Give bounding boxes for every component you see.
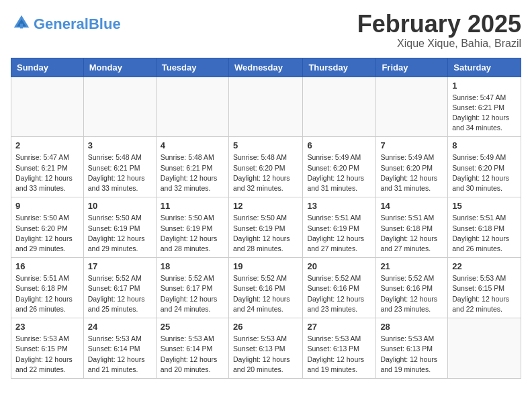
calendar-cell: 8Sunrise: 5:49 AMSunset: 6:20 PMDaylight… bbox=[448, 137, 521, 197]
day-number: 8 bbox=[452, 140, 517, 150]
day-info: Sunrise: 5:53 AMSunset: 6:15 PMDaylight:… bbox=[15, 334, 79, 375]
weekday-header-row: SundayMondayTuesdayWednesdayThursdayFrid… bbox=[11, 58, 521, 77]
calendar-cell: 26Sunrise: 5:53 AMSunset: 6:13 PMDayligh… bbox=[228, 318, 302, 379]
week-row: 1Sunrise: 5:47 AMSunset: 6:21 PMDaylight… bbox=[11, 77, 521, 137]
calendar-cell: 27Sunrise: 5:53 AMSunset: 6:13 PMDayligh… bbox=[303, 318, 376, 379]
day-number: 28 bbox=[380, 322, 443, 332]
calendar-cell: 6Sunrise: 5:49 AMSunset: 6:20 PMDaylight… bbox=[303, 137, 376, 197]
calendar-cell: 22Sunrise: 5:53 AMSunset: 6:15 PMDayligh… bbox=[448, 258, 521, 318]
day-info: Sunrise: 5:53 AMSunset: 6:15 PMDaylight:… bbox=[452, 273, 517, 314]
logo-text: GeneralBlue bbox=[34, 17, 121, 32]
page-header: GeneralBlue February 2025 Xique Xique, B… bbox=[11, 11, 521, 50]
svg-rect-2 bbox=[20, 24, 23, 28]
day-number: 9 bbox=[15, 201, 79, 211]
logo-general: General bbox=[34, 15, 89, 32]
day-number: 1 bbox=[452, 81, 517, 91]
calendar-cell: 18Sunrise: 5:52 AMSunset: 6:17 PMDayligh… bbox=[156, 258, 228, 318]
day-number: 21 bbox=[380, 261, 443, 271]
location: Xique Xique, Bahia, Brazil bbox=[357, 38, 521, 50]
day-info: Sunrise: 5:49 AMSunset: 6:20 PMDaylight:… bbox=[307, 152, 371, 193]
weekday-header: Friday bbox=[376, 58, 448, 77]
calendar-cell bbox=[83, 77, 156, 137]
calendar-cell: 25Sunrise: 5:53 AMSunset: 6:14 PMDayligh… bbox=[156, 318, 228, 379]
weekday-header: Thursday bbox=[303, 58, 376, 77]
calendar-cell: 20Sunrise: 5:52 AMSunset: 6:16 PMDayligh… bbox=[303, 258, 376, 318]
day-info: Sunrise: 5:47 AMSunset: 6:21 PMDaylight:… bbox=[15, 152, 79, 193]
week-row: 9Sunrise: 5:50 AMSunset: 6:20 PMDaylight… bbox=[11, 197, 521, 258]
day-number: 22 bbox=[452, 261, 517, 271]
weekday-header: Tuesday bbox=[156, 58, 228, 77]
calendar-cell bbox=[11, 77, 84, 137]
day-info: Sunrise: 5:52 AMSunset: 6:16 PMDaylight:… bbox=[380, 273, 443, 314]
weekday-header: Wednesday bbox=[228, 58, 302, 77]
calendar-cell: 12Sunrise: 5:50 AMSunset: 6:19 PMDayligh… bbox=[228, 197, 302, 258]
day-info: Sunrise: 5:53 AMSunset: 6:14 PMDaylight:… bbox=[161, 334, 224, 375]
week-row: 2Sunrise: 5:47 AMSunset: 6:21 PMDaylight… bbox=[11, 137, 521, 197]
calendar-cell: 15Sunrise: 5:51 AMSunset: 6:18 PMDayligh… bbox=[448, 197, 521, 258]
day-number: 10 bbox=[88, 201, 152, 211]
day-info: Sunrise: 5:52 AMSunset: 6:16 PMDaylight:… bbox=[307, 273, 371, 314]
week-row: 23Sunrise: 5:53 AMSunset: 6:15 PMDayligh… bbox=[11, 318, 521, 379]
calendar-cell: 16Sunrise: 5:51 AMSunset: 6:18 PMDayligh… bbox=[11, 258, 84, 318]
day-info: Sunrise: 5:51 AMSunset: 6:18 PMDaylight:… bbox=[15, 273, 79, 314]
calendar-cell: 24Sunrise: 5:53 AMSunset: 6:14 PMDayligh… bbox=[83, 318, 156, 379]
day-info: Sunrise: 5:52 AMSunset: 6:17 PMDaylight:… bbox=[88, 273, 152, 314]
day-number: 2 bbox=[15, 140, 79, 150]
calendar-cell: 7Sunrise: 5:49 AMSunset: 6:20 PMDaylight… bbox=[376, 137, 448, 197]
calendar-cell: 17Sunrise: 5:52 AMSunset: 6:17 PMDayligh… bbox=[83, 258, 156, 318]
logo-blue: Blue bbox=[89, 15, 121, 32]
calendar-cell bbox=[376, 77, 448, 137]
calendar-cell: 21Sunrise: 5:52 AMSunset: 6:16 PMDayligh… bbox=[376, 258, 448, 318]
weekday-header: Monday bbox=[83, 58, 156, 77]
day-number: 27 bbox=[307, 322, 371, 332]
day-number: 3 bbox=[88, 140, 152, 150]
day-info: Sunrise: 5:48 AMSunset: 6:21 PMDaylight:… bbox=[161, 152, 224, 193]
day-number: 26 bbox=[233, 322, 298, 332]
day-number: 12 bbox=[233, 201, 298, 211]
calendar-cell: 1Sunrise: 5:47 AMSunset: 6:21 PMDaylight… bbox=[448, 77, 521, 137]
day-info: Sunrise: 5:48 AMSunset: 6:21 PMDaylight:… bbox=[88, 152, 152, 193]
day-number: 20 bbox=[307, 261, 371, 271]
calendar-cell: 2Sunrise: 5:47 AMSunset: 6:21 PMDaylight… bbox=[11, 137, 84, 197]
calendar-cell bbox=[448, 318, 521, 379]
day-number: 7 bbox=[380, 140, 443, 150]
month-title: February 2025 bbox=[357, 11, 521, 38]
day-number: 16 bbox=[15, 261, 79, 271]
weekday-header: Sunday bbox=[11, 58, 84, 77]
day-info: Sunrise: 5:51 AMSunset: 6:18 PMDaylight:… bbox=[380, 213, 443, 254]
calendar-cell bbox=[228, 77, 302, 137]
calendar-cell bbox=[156, 77, 228, 137]
title-block: February 2025 Xique Xique, Bahia, Brazil bbox=[357, 11, 521, 50]
day-info: Sunrise: 5:50 AMSunset: 6:19 PMDaylight:… bbox=[161, 213, 224, 254]
calendar-cell bbox=[303, 77, 376, 137]
day-info: Sunrise: 5:47 AMSunset: 6:21 PMDaylight:… bbox=[452, 93, 517, 134]
day-info: Sunrise: 5:48 AMSunset: 6:20 PMDaylight:… bbox=[233, 152, 298, 193]
day-info: Sunrise: 5:52 AMSunset: 6:17 PMDaylight:… bbox=[161, 273, 224, 314]
day-number: 14 bbox=[380, 201, 443, 211]
day-info: Sunrise: 5:51 AMSunset: 6:18 PMDaylight:… bbox=[452, 213, 517, 254]
calendar-cell: 3Sunrise: 5:48 AMSunset: 6:21 PMDaylight… bbox=[83, 137, 156, 197]
day-number: 4 bbox=[161, 140, 224, 150]
day-number: 24 bbox=[88, 322, 152, 332]
day-info: Sunrise: 5:52 AMSunset: 6:16 PMDaylight:… bbox=[233, 273, 298, 314]
day-number: 13 bbox=[307, 201, 371, 211]
day-number: 18 bbox=[161, 261, 224, 271]
day-info: Sunrise: 5:50 AMSunset: 6:19 PMDaylight:… bbox=[233, 213, 298, 254]
logo: GeneralBlue bbox=[11, 13, 121, 35]
calendar-cell: 10Sunrise: 5:50 AMSunset: 6:19 PMDayligh… bbox=[83, 197, 156, 258]
day-info: Sunrise: 5:53 AMSunset: 6:13 PMDaylight:… bbox=[380, 334, 443, 375]
day-number: 11 bbox=[161, 201, 224, 211]
day-number: 15 bbox=[452, 201, 517, 211]
day-info: Sunrise: 5:49 AMSunset: 6:20 PMDaylight:… bbox=[452, 152, 517, 193]
calendar-cell: 13Sunrise: 5:51 AMSunset: 6:19 PMDayligh… bbox=[303, 197, 376, 258]
day-info: Sunrise: 5:49 AMSunset: 6:20 PMDaylight:… bbox=[380, 152, 443, 193]
day-number: 5 bbox=[233, 140, 298, 150]
day-number: 25 bbox=[161, 322, 224, 332]
calendar: SundayMondayTuesdayWednesdayThursdayFrid… bbox=[11, 58, 521, 379]
calendar-cell: 5Sunrise: 5:48 AMSunset: 6:20 PMDaylight… bbox=[228, 137, 302, 197]
logo-icon bbox=[12, 13, 31, 32]
calendar-cell: 23Sunrise: 5:53 AMSunset: 6:15 PMDayligh… bbox=[11, 318, 84, 379]
calendar-cell: 9Sunrise: 5:50 AMSunset: 6:20 PMDaylight… bbox=[11, 197, 84, 258]
day-number: 17 bbox=[88, 261, 152, 271]
day-number: 19 bbox=[233, 261, 298, 271]
